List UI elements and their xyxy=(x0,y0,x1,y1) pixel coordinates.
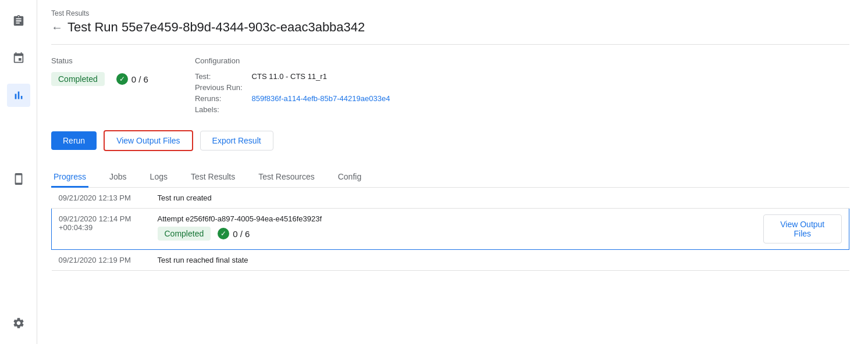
progress-table: 09/21/2020 12:13 PM Test run created 09/… xyxy=(51,188,849,271)
sidebar-item-calendar[interactable] xyxy=(7,46,30,70)
sidebar-item-device[interactable] xyxy=(7,167,30,191)
table-row: 09/21/2020 12:13 PM Test run created xyxy=(52,188,849,209)
back-button[interactable]: ← xyxy=(51,21,63,34)
config-section: Configuration Test: CTS 11.0 - CTS 11_r1… xyxy=(195,56,390,114)
status-badge: Completed xyxy=(51,72,105,86)
attempt-status-badge: Completed xyxy=(158,227,211,241)
title-row: ← Test Run 55e7e459-8b9d-4344-903c-eaac3… xyxy=(51,20,849,35)
attempt-action-cell: View Output Files xyxy=(756,209,849,250)
attempt-info: Completed ✓ 0 / 6 xyxy=(158,227,749,241)
tab-progress[interactable]: Progress xyxy=(51,167,88,188)
info-section: Status Completed ✓ 0 / 6 Configuration T… xyxy=(51,56,849,114)
timestamp-cell: 09/21/2020 12:13 PM xyxy=(52,188,151,209)
export-result-button[interactable]: Export Result xyxy=(200,131,273,150)
tab-config[interactable]: Config xyxy=(336,167,364,188)
config-key-test: Test: xyxy=(195,72,243,81)
title-divider xyxy=(51,44,849,45)
timestamp-primary: 09/21/2020 12:14 PM xyxy=(59,214,144,223)
tab-logs[interactable]: Logs xyxy=(148,167,170,188)
config-val-test: CTS 11.0 - CTS 11_r1 xyxy=(252,72,390,81)
attempt-check-icon: ✓ xyxy=(218,228,229,239)
check-circle-icon: ✓ xyxy=(116,73,128,85)
view-output-button[interactable]: View Output Files xyxy=(104,130,193,151)
final-action-cell xyxy=(756,250,849,271)
attempt-event-cell: Attempt e256f6f0-a897-4005-94ea-e4516fe3… xyxy=(151,209,756,250)
config-key-labels: Labels: xyxy=(195,105,243,114)
sidebar xyxy=(0,0,37,344)
attempt-timestamp-cell: 09/21/2020 12:14 PM +00:04:39 xyxy=(52,209,151,250)
config-val-prevrun xyxy=(252,83,390,92)
sidebar-item-analytics[interactable] xyxy=(7,84,30,107)
score-badge: ✓ 0 / 6 xyxy=(116,73,148,85)
action-cell xyxy=(756,188,849,209)
attempt-score-badge: ✓ 0 / 6 xyxy=(218,228,250,239)
timestamp-duration: +00:04:39 xyxy=(59,223,144,232)
status-section: Status Completed ✓ 0 / 6 xyxy=(51,56,148,114)
final-event-cell: Test run reached final state xyxy=(151,250,756,271)
score-value: 0 / 6 xyxy=(131,74,148,84)
config-table: Test: CTS 11.0 - CTS 11_r1 Previous Run:… xyxy=(195,72,390,114)
status-label: Status xyxy=(51,56,148,65)
attempt-view-output-button[interactable]: View Output Files xyxy=(763,214,842,243)
status-row: Completed ✓ 0 / 6 xyxy=(51,72,148,86)
actions-row: Rerun View Output Files Export Result xyxy=(51,130,849,151)
tab-test-results[interactable]: Test Results xyxy=(188,167,237,188)
breadcrumb: Test Results xyxy=(51,9,849,17)
attempt-row: 09/21/2020 12:14 PM +00:04:39 Attempt e2… xyxy=(52,209,849,250)
config-key-prevrun: Previous Run: xyxy=(195,83,243,92)
main-content: Test Results ← Test Run 55e7e459-8b9d-43… xyxy=(37,0,868,344)
rerun-button[interactable]: Rerun xyxy=(51,131,97,150)
page-title: Test Run 55e7e459-8b9d-4344-903c-eaac3ab… xyxy=(67,20,365,35)
sidebar-item-settings[interactable] xyxy=(7,311,30,335)
table-row: 09/21/2020 12:19 PM Test run reached fin… xyxy=(52,250,849,271)
attempt-name: Attempt e256f6f0-a897-4005-94ea-e4516fe3… xyxy=(158,214,749,223)
sidebar-item-clipboard[interactable] xyxy=(7,9,30,33)
config-val-labels xyxy=(252,105,390,114)
event-cell: Test run created xyxy=(151,188,756,209)
tab-test-resources[interactable]: Test Resources xyxy=(256,167,316,188)
tab-jobs[interactable]: Jobs xyxy=(107,167,129,188)
config-label: Configuration xyxy=(195,56,390,65)
attempt-score: 0 / 6 xyxy=(233,229,250,239)
tabs-bar: Progress Jobs Logs Test Results Test Res… xyxy=(51,167,849,188)
final-timestamp-cell: 09/21/2020 12:19 PM xyxy=(52,250,151,271)
config-link-reruns[interactable]: 859f836f-a114-4efb-85b7-44219ae033e4 xyxy=(252,94,390,103)
config-key-reruns: Reruns: xyxy=(195,94,243,103)
